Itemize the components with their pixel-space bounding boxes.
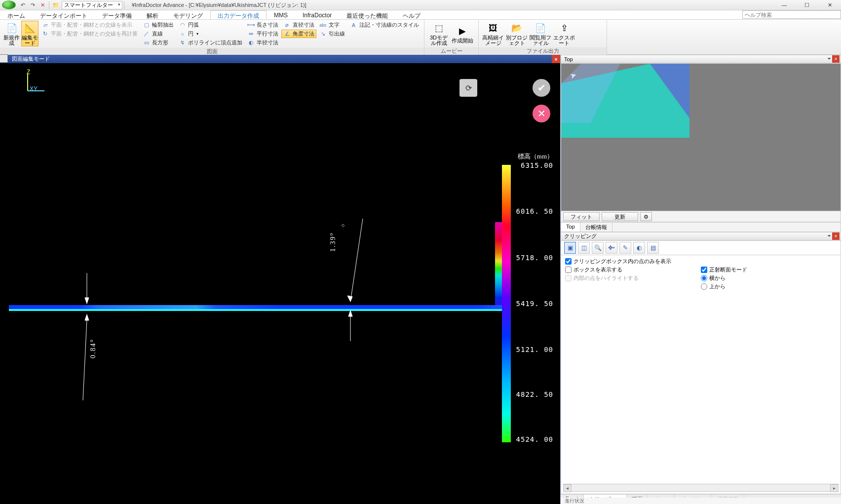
tab-mms[interactable]: MMS — [267, 10, 295, 19]
circle[interactable]: ○円▾ — [177, 30, 244, 38]
delete-icon[interactable]: ✕ — [38, 1, 46, 9]
par-dim[interactable]: ⇔平行寸法 — [245, 30, 280, 38]
vertical-overlay — [495, 222, 502, 311]
separator — [49, 1, 49, 9]
tab-infradoctor[interactable]: InfraDoctor — [295, 10, 339, 19]
svg-marker-10 — [348, 310, 352, 316]
leader[interactable]: ↘引出線 — [317, 30, 347, 38]
proj-button[interactable]: 📂別プロジェクト — [505, 21, 528, 46]
reset-view-button[interactable]: ⟳ — [459, 79, 477, 97]
app-orb[interactable] — [2, 0, 16, 9]
start-button[interactable]: ▶作成開始 — [451, 21, 474, 46]
colorbar-tick: 6315.00 — [521, 162, 553, 169]
model3d-button[interactable]: ⬚3Dモデル作成 — [427, 21, 450, 46]
help-search-input[interactable] — [742, 10, 841, 19]
tab-analysis[interactable]: 解析 — [139, 10, 166, 19]
panel-close-button[interactable]: × — [832, 233, 840, 240]
tab-data-prep[interactable]: データ準備 — [95, 10, 139, 19]
annot-style[interactable]: A注記・寸法線のスタイル — [348, 21, 421, 29]
svg-marker-8 — [347, 296, 352, 302]
tab-home[interactable]: ホーム — [0, 10, 33, 19]
export-button[interactable]: ⇪エクスポート — [553, 21, 575, 46]
cancel-button[interactable]: ✕ — [533, 105, 550, 122]
rect[interactable]: ▭長方形 — [141, 39, 176, 47]
close-button[interactable]: ✕ — [818, 0, 841, 10]
arc[interactable]: ◠円弧 — [177, 21, 244, 29]
tab-data-import[interactable]: データインポート — [33, 10, 95, 19]
angle-dimension-left[interactable] — [78, 273, 98, 403]
folder-icon[interactable]: 📁 — [52, 1, 60, 9]
minimize-button[interactable]: — — [773, 0, 796, 10]
highlight-checkbox: 内部の点をハイライトする — [565, 274, 701, 282]
tab-ledger[interactable]: 台帳情報 — [580, 223, 612, 232]
new-drawing-button[interactable]: 📄 新規作成 — [3, 21, 20, 46]
ang-dim[interactable]: ∠角度寸法 — [281, 30, 316, 38]
new-label: 新規作成 — [3, 35, 20, 46]
show-box-checkbox[interactable]: ボックスを表示する — [565, 266, 701, 274]
smart-filter-dropdown[interactable]: スマートフィルター — [62, 1, 122, 9]
restore-icon[interactable] — [0, 54, 8, 63]
dia-dim[interactable]: ⌀直径寸法 — [281, 21, 316, 29]
viewer-button[interactable]: 📄閲覧用ファイル — [529, 21, 552, 46]
redo-icon[interactable]: ↷ — [29, 1, 37, 9]
axis-z-label: Z — [27, 69, 30, 75]
group-drawing-label: 図面 — [0, 48, 424, 55]
svg-line-7 — [350, 219, 363, 302]
clip-layers-icon[interactable]: ▤ — [647, 242, 659, 254]
diameter-icon: ⌀ — [283, 22, 291, 28]
angle-dimension-right[interactable] — [336, 219, 370, 344]
clip-zoom-icon[interactable]: 🔍 — [592, 242, 604, 254]
separator — [124, 1, 124, 9]
len-dim[interactable]: ⟼長さ寸法 — [245, 21, 280, 29]
undo-icon[interactable]: ↶ — [19, 1, 27, 9]
colorbar-tick: 5419. 50 — [516, 300, 553, 307]
text[interactable]: abc文字 — [317, 21, 347, 29]
tab-top[interactable]: Top — [561, 223, 580, 232]
hires-button[interactable]: 🖼高精細イメージ — [482, 21, 504, 46]
pin-icon[interactable]: ⏷ — [827, 233, 832, 238]
tab-help[interactable]: ヘルプ — [395, 10, 428, 19]
tab-output[interactable]: 出力データ作成 — [210, 10, 267, 19]
tab-modeling[interactable]: モデリング — [166, 10, 210, 19]
fit-button[interactable]: フィット — [563, 212, 600, 221]
group-movie-label: ムービー — [424, 47, 478, 55]
contour[interactable]: ▢輪郭抽出 — [141, 21, 176, 29]
ortho-checkbox[interactable]: 正射断面モード — [701, 266, 837, 274]
tab-recent[interactable]: 最近使った機能 — [339, 10, 395, 19]
confirm-button[interactable]: ✔ — [533, 79, 550, 97]
update-button[interactable]: 更新 — [602, 212, 638, 221]
from-top-radio[interactable]: 上から — [701, 282, 837, 291]
angle-icon: ∠ — [283, 31, 291, 37]
panel-close-button[interactable]: × — [832, 55, 840, 63]
clip-move-icon[interactable]: ✥▾ — [606, 242, 617, 254]
rad-dim[interactable]: ◐半径寸法 — [245, 39, 280, 47]
horizontal-scrollbar[interactable] — [563, 484, 839, 492]
maximize-button[interactable]: ☐ — [796, 0, 818, 10]
svg-line-6 — [83, 320, 87, 400]
edit-mode-button[interactable]: 📐 編集モード — [21, 21, 38, 46]
status-bar: 進行状況 — [561, 498, 841, 504]
clip-box-icon[interactable]: ▣ — [564, 242, 576, 254]
edit-mode-label: 編集モード — [22, 35, 38, 46]
viewport-close-button[interactable]: × — [552, 55, 560, 63]
top-view[interactable]: ➤ — [561, 63, 841, 211]
axis-xy-label: XY — [30, 86, 38, 92]
clip-only-checkbox[interactable]: クリッピングボックス内の点のみを表示 — [565, 257, 837, 266]
viewport-3d[interactable]: Z XY ⟳ ✔ ✕ 標高（mm） 6315.00 6016. 50 5718.… — [0, 63, 560, 504]
from-side-radio[interactable]: 横から — [701, 274, 837, 282]
top-view-map — [561, 64, 709, 138]
clip-edit-icon[interactable]: ✎ — [619, 242, 631, 254]
pin-icon[interactable]: ⏷ — [827, 56, 832, 61]
viewport-title: 図面編集モード — [12, 55, 50, 63]
line[interactable]: ／直線 — [141, 30, 176, 38]
clip-invert-icon[interactable]: ◐ — [633, 242, 645, 254]
play-icon: ▶ — [456, 24, 469, 38]
contour-icon: ▢ — [143, 22, 150, 28]
svg-marker-3 — [85, 298, 89, 304]
clip-section-icon[interactable]: ◫ — [578, 242, 590, 254]
poly-vertex[interactable]: ↯ポリラインに頂点追加 — [177, 39, 244, 47]
show-intersect[interactable]: ▱平面・配管・鋼材との交線を表示 — [39, 21, 140, 29]
colorbar-title: 標高（mm） — [518, 153, 553, 159]
gear-button[interactable]: ⚙ — [640, 212, 652, 221]
recalc-intersect[interactable]: ↻平面・配管・鋼材との交線を再計算 — [39, 30, 140, 38]
